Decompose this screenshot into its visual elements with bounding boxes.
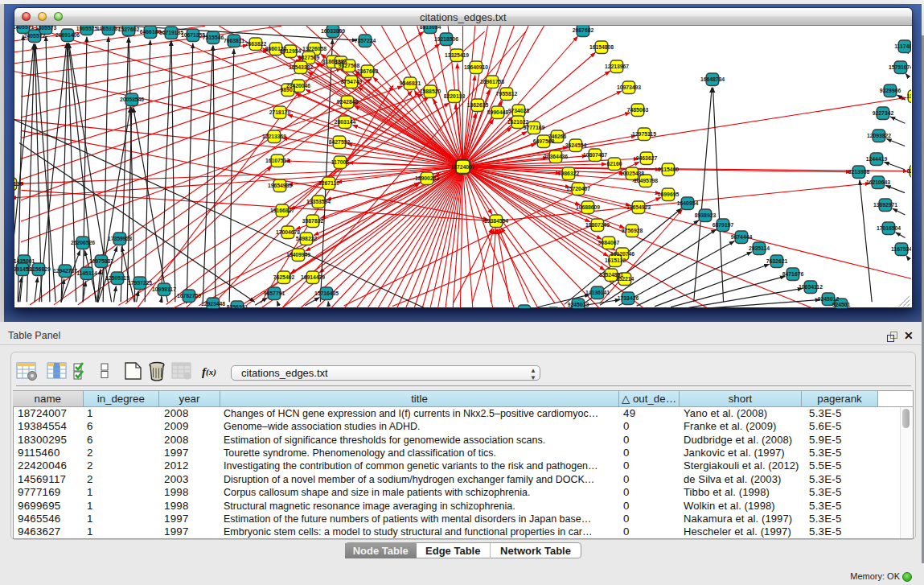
svg-text:9227342: 9227342 (873, 110, 894, 116)
svg-text:12213967: 12213967 (605, 64, 629, 69)
svg-text:2803144: 2803144 (335, 119, 356, 125)
svg-text:8990448: 8990448 (487, 109, 509, 115)
svg-text:10671355: 10671355 (181, 32, 205, 38)
svg-text:8754749: 8754749 (341, 79, 363, 84)
svg-text:822013: 822013 (907, 168, 911, 174)
svg-text:8471676: 8471676 (782, 271, 804, 277)
svg-text:19218506: 19218506 (434, 36, 458, 42)
svg-text:26206526: 26206526 (71, 240, 95, 245)
svg-text:16154808: 16154808 (589, 44, 614, 50)
svg-text:9777169: 9777169 (524, 125, 545, 130)
svg-text:9463627: 9463627 (636, 155, 658, 161)
svg-text:1167534: 1167534 (891, 246, 911, 252)
svg-text:1244419: 1244419 (866, 156, 888, 162)
svg-text:252214: 252214 (616, 276, 634, 282)
svg-text:8220133: 8220133 (444, 93, 466, 99)
svg-text:9674444: 9674444 (731, 234, 753, 240)
svg-text:18640910: 18640910 (464, 64, 488, 70)
svg-text:16782759: 16782759 (177, 293, 201, 299)
svg-text:98901: 98901 (281, 87, 296, 93)
svg-text:10688609: 10688609 (576, 204, 600, 210)
svg-text:20691406: 20691406 (55, 32, 80, 38)
svg-text:12213369: 12213369 (262, 134, 286, 139)
svg-text:9115460: 9115460 (658, 167, 679, 172)
svg-text:9245012: 9245012 (818, 296, 840, 302)
svg-text:9084067: 9084067 (598, 240, 620, 245)
svg-text:9734028: 9734028 (508, 108, 530, 113)
svg-text:6466160: 6466160 (140, 29, 162, 35)
svg-text:7663811: 7663811 (224, 38, 244, 43)
svg-text:6879197: 6879197 (713, 222, 734, 228)
svg-text:12093822: 12093822 (867, 133, 891, 138)
svg-text:15751074: 15751074 (889, 64, 911, 70)
svg-text:7663822: 7663822 (245, 41, 267, 47)
svg-text:7515546: 7515546 (203, 35, 224, 40)
svg-text:10973493: 10973493 (617, 84, 641, 90)
svg-text:9546821: 9546821 (400, 80, 421, 86)
svg-text:62160: 62160 (607, 161, 622, 167)
svg-text:20053546: 20053546 (120, 97, 144, 102)
svg-text:1527602: 1527602 (118, 27, 140, 32)
svg-text:(x): (x) (206, 367, 216, 377)
svg-text:16648784: 16648784 (700, 76, 725, 82)
svg-text:12923448: 12923448 (201, 301, 225, 307)
svg-text:9327508: 9327508 (339, 63, 360, 68)
svg-text:9242848: 9242848 (337, 99, 359, 105)
svg-text:7955812: 7955812 (496, 91, 518, 97)
svg-text:924501: 924501 (832, 302, 851, 307)
svg-text:1588520: 1588520 (420, 89, 441, 94)
svg-text:1435001: 1435001 (14, 258, 35, 264)
svg-text:19654985: 19654985 (268, 183, 292, 188)
svg-text:2935114: 2935114 (749, 245, 770, 251)
svg-text:19384554: 19384554 (484, 218, 508, 224)
svg-text:16961758: 16961758 (480, 79, 504, 84)
svg-text:13353594: 13353594 (306, 199, 331, 204)
svg-text:17359928: 17359928 (108, 236, 132, 241)
svg-text:18807249: 18807249 (585, 222, 610, 228)
svg-text:16210643: 16210643 (866, 179, 890, 185)
svg-text:11156829: 11156829 (27, 266, 51, 272)
svg-text:10807487: 10807487 (583, 152, 607, 158)
svg-text:9657791: 9657791 (264, 290, 285, 296)
svg-text:15720407: 15720407 (566, 186, 590, 192)
svg-text:18900283: 18900283 (415, 175, 439, 181)
svg-text:10975887: 10975887 (89, 258, 113, 264)
svg-text:2367608: 2367608 (357, 68, 379, 74)
svg-text:1305573: 1305573 (35, 26, 57, 31)
svg-text:9756928: 9756928 (622, 228, 643, 233)
svg-text:19166827: 19166827 (270, 208, 294, 213)
svg-text:8213958: 8213958 (848, 169, 870, 175)
svg-text:7485063: 7485063 (627, 107, 649, 113)
svg-text:2718170: 2718170 (269, 109, 291, 115)
svg-text:7357224: 7357224 (355, 38, 376, 43)
svg-text:6497568: 6497568 (533, 138, 555, 144)
svg-text:1362615: 1362615 (467, 102, 489, 108)
svg-text:18409949: 18409949 (286, 252, 310, 257)
svg-text:1621022: 1621022 (507, 119, 529, 125)
svg-text:16107513: 16107513 (265, 158, 290, 163)
svg-text:5498222: 5498222 (296, 236, 318, 241)
svg-text:3587832: 3587832 (302, 218, 324, 224)
svg-text:13692971: 13692971 (873, 202, 897, 208)
svg-text:16495798: 16495798 (634, 178, 658, 183)
svg-text:1640954: 1640954 (677, 200, 699, 206)
svg-text:1733426: 1733426 (618, 295, 639, 301)
svg-text:15716485: 15716485 (314, 290, 339, 296)
svg-text:9827509: 9827509 (298, 55, 320, 60)
svg-text:7632621: 7632621 (766, 258, 788, 264)
svg-text:8356931: 8356931 (227, 304, 248, 308)
svg-text:17004678: 17004678 (276, 229, 300, 235)
svg-text:9329966: 9329966 (880, 88, 901, 93)
svg-text:13325419: 13325419 (445, 52, 469, 58)
svg-text:2087682: 2087682 (573, 27, 594, 33)
svg-text:18724007: 18724007 (450, 163, 474, 169)
svg-text:10654112: 10654112 (799, 284, 823, 290)
svg-text:16914479: 16914479 (301, 274, 325, 280)
svg-text:10719185: 10719185 (159, 30, 183, 35)
svg-text:117006: 117006 (331, 159, 350, 165)
svg-text:1145114: 1145114 (76, 270, 97, 276)
svg-text:7986322: 7986322 (558, 171, 580, 176)
svg-text:3267110: 3267110 (318, 180, 339, 186)
svg-text:1405571: 1405571 (14, 26, 34, 30)
svg-text:19654923: 19654923 (626, 204, 651, 210)
